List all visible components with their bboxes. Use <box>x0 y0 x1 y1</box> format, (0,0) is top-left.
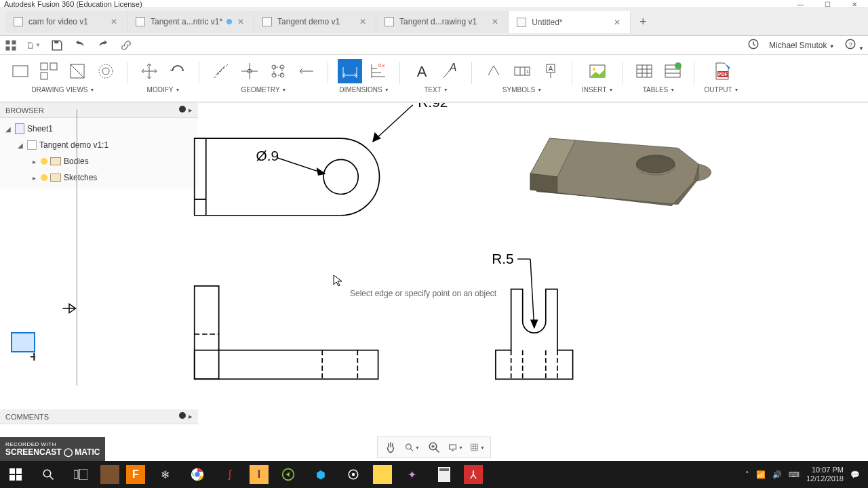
taskbar-inventor[interactable]: I <box>250 465 269 484</box>
comments-collapse-icon[interactable]: ▸ <box>189 412 193 421</box>
ribbon-group-dimensions: 0.x DIMENSIONS▼ <box>334 58 395 94</box>
taskbar-app-3[interactable]: ❄ <box>152 464 178 485</box>
output-pdf-icon[interactable]: PDF <box>709 59 734 83</box>
taskbar-calculator[interactable] <box>431 464 457 485</box>
rotate-icon[interactable] <box>165 59 190 83</box>
svg-line-54 <box>530 259 534 327</box>
maximize-button[interactable]: ☐ <box>814 0 841 8</box>
comments-settings-icon[interactable] <box>179 412 186 419</box>
drawing-canvas[interactable]: Ø.9 R.92 <box>0 103 868 443</box>
svg-text:1: 1 <box>526 68 530 75</box>
tab-tangent-drawing[interactable]: Tangent d...rawing v1 ✕ <box>376 11 509 33</box>
center-mark-icon[interactable] <box>237 59 262 83</box>
svg-point-78 <box>195 472 199 476</box>
centerline-icon[interactable] <box>209 59 233 83</box>
datum-id-icon[interactable]: A <box>538 59 563 83</box>
taskview-button[interactable] <box>68 464 94 485</box>
tab-close-icon[interactable]: ✕ <box>612 18 622 27</box>
detail-view-icon[interactable] <box>94 59 118 83</box>
taskbar-acrobat[interactable]: ⅄ <box>464 465 483 484</box>
ribbon-group-text: A A TEXT▼ <box>406 58 467 94</box>
leader-text-icon[interactable]: A <box>438 59 462 83</box>
pan-icon[interactable] <box>383 440 398 455</box>
tab-close-icon[interactable]: ✕ <box>236 17 245 26</box>
file-menu-button[interactable]: ▼ <box>27 39 41 52</box>
display-settings-icon[interactable]: ▼ <box>448 440 463 455</box>
svg-rect-3 <box>12 46 16 50</box>
tab-untitled[interactable]: Untitled* ✕ <box>509 11 631 33</box>
svg-rect-29 <box>637 65 652 77</box>
taskbar-app-9[interactable] <box>340 464 366 485</box>
table-icon[interactable] <box>632 59 656 83</box>
ribbon-group-insert: INSERT▼ <box>578 58 617 94</box>
edge-extension-icon[interactable] <box>294 59 319 83</box>
start-button[interactable] <box>3 464 28 485</box>
parts-list-icon[interactable] <box>660 59 685 83</box>
tray-keyboard-icon[interactable]: ⌨ <box>789 470 800 479</box>
activity-icon[interactable] <box>747 38 760 52</box>
svg-rect-64 <box>450 445 456 449</box>
tab-tangent-antric[interactable]: Tangent a...ntric v1* ✕ <box>127 11 254 33</box>
new-tab-button[interactable]: + <box>633 12 652 31</box>
base-view-icon[interactable] <box>8 59 33 83</box>
minimize-button[interactable]: — <box>787 0 814 8</box>
taskbar-chrome[interactable] <box>184 464 210 485</box>
unsaved-indicator <box>226 19 232 24</box>
tray-clock[interactable]: 10:07 PM 12/12/2018 <box>806 466 844 483</box>
svg-rect-2 <box>6 46 10 50</box>
document-icon <box>262 17 272 26</box>
taskbar-app-fusion[interactable]: F <box>126 465 145 484</box>
move-icon[interactable] <box>137 59 161 83</box>
data-panel-button[interactable] <box>4 39 18 52</box>
link-button[interactable] <box>119 39 133 52</box>
feature-control-icon[interactable]: 1 <box>510 59 534 83</box>
tab-close-icon[interactable]: ✕ <box>358 17 368 26</box>
tray-notifications-icon[interactable]: 💬 <box>850 470 860 479</box>
section-view-icon[interactable] <box>65 59 90 83</box>
ribbon-group-symbols: 1 A SYMBOLS▼ <box>477 58 567 94</box>
close-button[interactable]: ✕ <box>841 0 868 8</box>
tab-close-icon[interactable]: ✕ <box>490 17 500 26</box>
title-bar: Autodesk Fusion 360 (Education License) … <box>0 0 868 8</box>
svg-rect-11 <box>41 73 47 79</box>
svg-point-28 <box>593 68 595 70</box>
center-pattern-icon[interactable] <box>266 59 290 83</box>
user-menu[interactable]: Michael Smutok ▼ <box>769 41 835 50</box>
tab-close-icon[interactable]: ✕ <box>109 17 119 26</box>
text-icon[interactable]: A <box>410 59 434 83</box>
surface-texture-icon[interactable] <box>481 59 506 83</box>
ordinate-dimension-icon[interactable]: 0.x <box>366 59 391 83</box>
dim-radius-top: R.92 <box>418 103 448 110</box>
taskbar-app-8[interactable]: ⬢ <box>308 464 334 485</box>
taskbar-app-7[interactable] <box>275 464 301 485</box>
svg-marker-41 <box>373 134 380 142</box>
image-icon[interactable] <box>585 59 610 83</box>
taskbar-app-11[interactable]: ✦ <box>399 464 425 485</box>
undo-button[interactable] <box>73 39 87 52</box>
taskbar-app-5[interactable]: ∫ <box>217 464 243 485</box>
help-button[interactable]: ? ▼ <box>844 38 864 52</box>
grid-settings-icon[interactable]: ▼ <box>470 440 485 455</box>
svg-marker-55 <box>531 320 537 327</box>
tray-volume-icon[interactable]: 🔊 <box>772 470 782 479</box>
zoom-icon[interactable]: ▼ <box>405 440 420 455</box>
document-tab-bar: cam for video v1 ✕ Tangent a...ntric v1*… <box>0 8 868 36</box>
save-button[interactable] <box>50 39 64 52</box>
search-button[interactable] <box>35 464 61 485</box>
svg-line-40 <box>373 105 413 142</box>
taskbar-app-1[interactable] <box>100 465 119 484</box>
tray-chevron-icon[interactable]: ˄ <box>745 470 749 479</box>
tray-network-icon[interactable]: 📶 <box>756 470 766 479</box>
document-icon <box>136 17 145 26</box>
redo-button[interactable] <box>96 39 110 52</box>
dimension-icon[interactable] <box>338 59 362 83</box>
view-navigation-bar: ▼ ▼ ▼ <box>377 436 491 458</box>
tab-tangent-demo[interactable]: Tangent demo v1 ✕ <box>254 11 376 33</box>
projected-view-icon[interactable] <box>37 59 61 83</box>
taskbar-app-10[interactable] <box>373 465 392 484</box>
svg-rect-71 <box>9 475 15 481</box>
sheet-thumbnail[interactable]: + <box>11 332 35 365</box>
svg-rect-69 <box>9 468 15 474</box>
zoom-window-icon[interactable] <box>427 440 441 455</box>
tab-cam-for-video[interactable]: cam for video v1 ✕ <box>5 11 127 33</box>
